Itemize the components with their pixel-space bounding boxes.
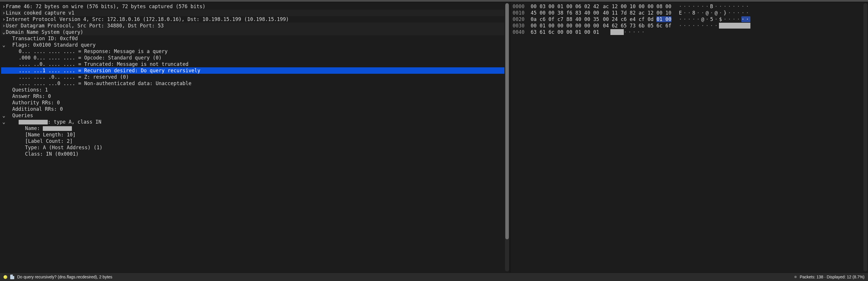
hex-offset: 0020 xyxy=(513,16,531,23)
window-titlebar[interactable] xyxy=(0,0,868,2)
tree-dns-flags[interactable]: ⌄Flags: 0x0100 Standard query xyxy=(1,42,504,48)
tree-row-text: Linux cooked capture v1 xyxy=(6,10,74,16)
hex-offset: 0040 xyxy=(513,29,531,35)
tree-flag-response[interactable]: 0... .... .... .... = Response: Message … xyxy=(1,48,504,55)
no-icon xyxy=(2,125,6,132)
tree-flag-z[interactable]: .... .... .0.. .... = Z: reserved (0) xyxy=(1,74,504,80)
tree-flag-recursion[interactable]: .... ...1 .... .... = Recursion desired:… xyxy=(1,67,504,74)
no-icon xyxy=(2,80,6,87)
hex-row[interactable]: 00200a c6 0f c7 88 40 00 3500 24 c6 e4 c… xyxy=(513,16,861,23)
tree-row-text: User Datagram Protocol, Src Port: 34880,… xyxy=(6,23,163,29)
tree-row-text: Domain Name System (query) xyxy=(6,29,83,35)
tree-row-text: 0... .... .... .... = Response: Message … xyxy=(19,48,168,54)
app-window: ›Frame 46: 72 bytes on wire (576 bits), … xyxy=(0,0,868,281)
tree-scrollbar[interactable] xyxy=(505,3,509,271)
collapsed-icon[interactable]: › xyxy=(2,16,6,23)
hex-view[interactable]: 000000 03 00 01 00 06 02 42ac 12 00 10 0… xyxy=(510,2,863,273)
tree-row-text: Internet Protocol Version 4, Src: 172.18… xyxy=(6,16,289,22)
hex-bytes[interactable]: 00 03 00 01 00 06 02 42ac 12 00 10 00 00… xyxy=(531,3,672,10)
no-icon xyxy=(2,55,6,61)
statusbar-packet-counts: Packets: 138 · Displayed: 12 (8.7%) xyxy=(800,275,865,279)
no-icon xyxy=(2,138,6,144)
collapsed-icon[interactable]: › xyxy=(2,23,6,29)
tree-dns-queries[interactable]: ⌄Queries xyxy=(1,112,504,119)
tree-flag-truncated[interactable]: .... ..0. .... .... = Truncated: Message… xyxy=(1,61,504,67)
tree-dns-txid[interactable]: Transaction ID: 0xcf0d xyxy=(1,35,504,42)
tree-row-text: Transaction ID: 0xcf0d xyxy=(12,35,78,41)
no-icon xyxy=(2,144,6,151)
main-split: ›Frame 46: 72 bytes on wire (576 bits), … xyxy=(0,2,868,273)
no-icon xyxy=(2,48,6,55)
tree-flag-ad[interactable]: .... .... ...0 .... = Non-authenticated … xyxy=(1,80,504,87)
no-icon xyxy=(2,93,6,100)
expanded-icon[interactable]: ⌄ xyxy=(2,42,6,48)
hex-scrollbar[interactable] xyxy=(863,3,867,271)
profile-indicator-icon[interactable] xyxy=(794,276,797,278)
tree-query-0[interactable]: ⌄ : type A, class IN xyxy=(1,119,504,125)
no-icon xyxy=(2,74,6,80)
tree-frame[interactable]: ›Frame 46: 72 bytes on wire (576 bits), … xyxy=(1,3,504,10)
packet-details-tree[interactable]: ›Frame 46: 72 bytes on wire (576 bits), … xyxy=(0,2,504,273)
tree-row-prefix: Name: xyxy=(25,125,43,131)
hex-offset: 0010 xyxy=(513,10,531,16)
tree-udp[interactable]: ›User Datagram Protocol, Src Port: 34880… xyxy=(1,23,504,29)
hex-selected-bytes: 01 00 xyxy=(656,16,671,22)
tree-row-text: Flags: 0x0100 Standard query xyxy=(12,42,96,48)
tree-query-name[interactable]: Name: xyxy=(1,125,504,132)
expanded-icon[interactable]: ⌄ xyxy=(2,119,6,125)
tree-row-text: .... ..0. .... .... = Truncated: Message… xyxy=(19,61,188,67)
capture-file-icon[interactable] xyxy=(10,275,14,279)
hex-bytes[interactable]: 63 61 6c 00 00 01 00 01 xyxy=(531,29,603,35)
redacted-text xyxy=(43,126,72,131)
hex-ascii[interactable]: E··8··@·@·}····· xyxy=(679,10,750,16)
tree-linux-cooked[interactable]: ›Linux cooked capture v1 xyxy=(1,10,504,16)
no-icon xyxy=(2,106,6,112)
tree-scrollbar-thumb[interactable] xyxy=(505,3,509,239)
expert-info-icon[interactable] xyxy=(3,275,7,279)
tree-row-text: Authority RRs: 0 xyxy=(12,100,60,106)
tree-row-text: .... ...1 .... .... = Recursion desired:… xyxy=(19,67,200,74)
expanded-icon[interactable]: ⌄ xyxy=(2,112,6,119)
tree-dns[interactable]: ⌄Domain Name System (query) xyxy=(1,29,504,35)
tree-row-text: Questions: 1 xyxy=(12,87,48,93)
hex-ascii[interactable]: ········· xyxy=(679,23,750,29)
hex-row[interactable]: 001045 00 00 38 f6 83 40 0040 11 7d 82 a… xyxy=(513,10,861,16)
no-icon xyxy=(2,151,6,157)
tree-dns-answers[interactable]: Answer RRs: 0 xyxy=(1,93,504,100)
packet-details-panel: ›Frame 46: 72 bytes on wire (576 bits), … xyxy=(0,2,510,273)
tree-row-text: Additional RRs: 0 xyxy=(12,106,63,112)
hex-row[interactable]: 004063 61 6c 00 00 01 00 01 ····· xyxy=(513,29,861,35)
tree-dns-questions[interactable]: Questions: 1 xyxy=(1,87,504,93)
tree-row-text: [Name Length: 10] xyxy=(25,132,76,138)
tree-dns-additional[interactable]: Additional RRs: 0 xyxy=(1,106,504,112)
tree-query-name-len[interactable]: [Name Length: 10] xyxy=(1,132,504,138)
tree-row-text: Answer RRs: 0 xyxy=(12,93,51,99)
expanded-icon[interactable]: ⌄ xyxy=(2,29,6,35)
no-icon xyxy=(2,100,6,106)
hex-row[interactable]: 000000 03 00 01 00 06 02 42ac 12 00 10 0… xyxy=(513,3,861,10)
hex-row[interactable]: 003000 01 00 00 00 00 00 0004 62 65 73 6… xyxy=(513,23,861,29)
tree-row-text: : type A, class IN xyxy=(48,119,101,125)
no-icon xyxy=(2,87,6,93)
tree-row-text: Queries xyxy=(12,113,33,118)
tree-query-type[interactable]: Type: A (Host Address) (1) xyxy=(1,144,504,151)
hex-bytes[interactable]: 0a c6 0f c7 88 40 00 3500 24 c6 e4 cf 0d… xyxy=(531,16,672,23)
hex-bytes[interactable]: 00 01 00 00 00 00 00 0004 62 65 73 6b 05… xyxy=(531,23,672,29)
hex-ascii[interactable]: ····· xyxy=(610,29,646,35)
tree-row-text: .... .... .0.. .... = Z: reserved (0) xyxy=(19,74,129,80)
statusbar-field-info: Do query recursively? (dns.flags.recdesi… xyxy=(17,275,112,279)
tree-dns-authority[interactable]: Authority RRs: 0 xyxy=(1,100,504,106)
hex-ascii[interactable]: ·····@·5·$······ xyxy=(679,16,750,23)
statusbar: Do query recursively? (dns.flags.recdesi… xyxy=(0,273,868,281)
tree-query-class[interactable]: Class: IN (0x0001) xyxy=(1,151,504,157)
tree-flag-opcode[interactable]: .000 0... .... .... = Opcode: Standard q… xyxy=(1,55,504,61)
tree-row-text: Class: IN (0x0001) xyxy=(25,151,79,157)
hex-bytes[interactable]: 45 00 00 38 f6 83 40 0040 11 7d 82 ac 12… xyxy=(531,10,672,16)
hex-ascii[interactable]: ·······B········ xyxy=(679,3,750,10)
tree-row-text: [Label Count: 2] xyxy=(25,138,73,144)
collapsed-icon[interactable]: › xyxy=(2,10,6,16)
redacted-text xyxy=(19,120,48,124)
tree-query-label-count[interactable]: [Label Count: 2] xyxy=(1,138,504,144)
collapsed-icon[interactable]: › xyxy=(2,3,6,10)
tree-ip[interactable]: ›Internet Protocol Version 4, Src: 172.1… xyxy=(1,16,504,23)
